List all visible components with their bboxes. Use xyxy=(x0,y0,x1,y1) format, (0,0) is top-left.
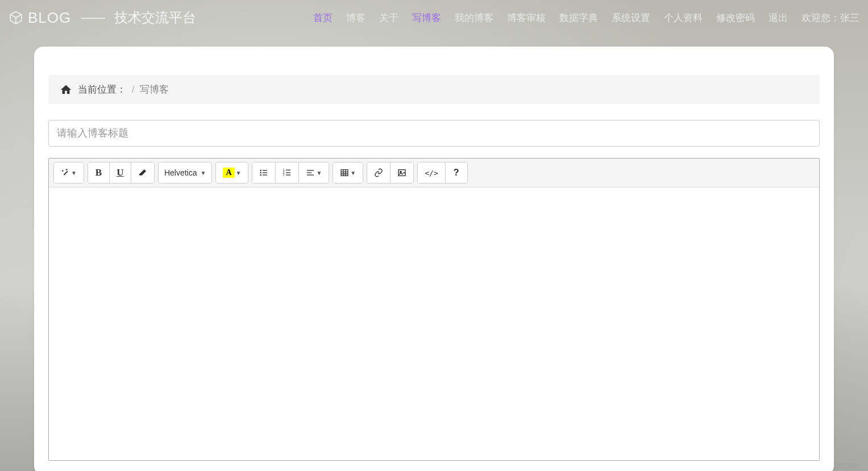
list-group: 1 2 3 ▼ xyxy=(252,162,329,184)
svg-text:3: 3 xyxy=(283,173,285,176)
editor-toolbar: ▼ B U xyxy=(49,159,819,187)
caret-down-icon: ▼ xyxy=(71,170,77,176)
style-group: ▼ xyxy=(53,162,84,184)
welcome-prefix: 欢迎您： xyxy=(801,12,840,23)
svg-rect-5 xyxy=(263,174,267,175)
insert-group xyxy=(367,162,414,184)
caret-down-icon: ▼ xyxy=(350,170,356,176)
code-icon: </> xyxy=(425,169,438,177)
code-view-button[interactable]: </> xyxy=(418,162,445,183)
help-icon: ? xyxy=(454,168,459,178)
paragraph-icon xyxy=(306,168,315,177)
eraser-icon xyxy=(138,168,147,177)
cube-icon xyxy=(9,10,23,25)
table-icon xyxy=(340,168,349,177)
text-color-button[interactable]: A ▼ xyxy=(216,162,248,183)
svg-rect-15 xyxy=(341,170,348,176)
breadcrumb: 当前位置： / 写博客 xyxy=(48,75,820,104)
picture-button[interactable] xyxy=(391,162,413,183)
nav-data-dict[interactable]: 数据字典 xyxy=(559,11,598,24)
logo-subtitle: 技术交流平台 xyxy=(114,9,196,27)
svg-rect-11 xyxy=(286,174,290,175)
logo-text: BLOG xyxy=(28,9,71,27)
caret-down-icon: ▼ xyxy=(201,170,206,176)
color-group: A ▼ xyxy=(215,162,248,184)
link-icon xyxy=(374,168,383,177)
font-family-label: Helvetica xyxy=(164,168,197,177)
underline-icon: U xyxy=(117,167,123,178)
main-nav: 首页 博客 关于 写博客 我的博客 博客审核 数据字典 系统设置 个人资料 修改… xyxy=(313,11,859,24)
format-group: B U xyxy=(88,162,155,184)
unordered-list-button[interactable] xyxy=(252,162,276,183)
link-button[interactable] xyxy=(367,162,391,183)
style-button[interactable]: ▼ xyxy=(54,162,84,183)
table-button[interactable]: ▼ xyxy=(333,162,363,183)
svg-rect-13 xyxy=(307,172,312,173)
home-icon[interactable] xyxy=(60,84,72,96)
logo-divider: —— xyxy=(81,10,104,25)
nav-blog-review[interactable]: 博客审核 xyxy=(507,11,546,24)
breadcrumb-separator: / xyxy=(132,85,134,95)
nav-about[interactable]: 关于 xyxy=(379,11,398,24)
nav-my-blog[interactable]: 我的博客 xyxy=(455,11,493,24)
bold-button[interactable]: B xyxy=(88,162,110,183)
eraser-button[interactable] xyxy=(131,162,154,183)
breadcrumb-label: 当前位置： xyxy=(78,83,126,96)
svg-rect-3 xyxy=(263,172,267,173)
caret-down-icon: ▼ xyxy=(236,170,242,176)
nav-logout[interactable]: 退出 xyxy=(769,11,788,24)
nav-home[interactable]: 首页 xyxy=(313,11,333,24)
svg-rect-9 xyxy=(286,172,290,173)
logo-section: BLOG —— 技术交流平台 xyxy=(9,9,196,27)
svg-rect-7 xyxy=(286,170,290,170)
svg-rect-1 xyxy=(263,170,267,170)
svg-point-0 xyxy=(260,170,262,172)
help-button[interactable]: ? xyxy=(446,162,467,183)
nav-change-password[interactable]: 修改密码 xyxy=(716,11,755,24)
nav-system-settings[interactable]: 系统设置 xyxy=(612,11,650,24)
svg-rect-14 xyxy=(307,174,314,175)
misc-group: </> ? xyxy=(417,162,467,184)
unordered-list-icon xyxy=(259,168,268,177)
nav-profile[interactable]: 个人资料 xyxy=(664,11,703,24)
breadcrumb-current: 写博客 xyxy=(140,83,169,96)
welcome-text: 欢迎您：张三 xyxy=(801,11,859,24)
welcome-user: 张三 xyxy=(840,12,859,23)
ordered-list-icon: 1 2 3 xyxy=(283,168,292,177)
bold-icon: B xyxy=(95,167,102,178)
paragraph-button[interactable]: ▼ xyxy=(299,162,329,183)
underline-button[interactable]: U xyxy=(110,162,131,183)
caret-down-icon: ▼ xyxy=(316,170,322,176)
svg-point-2 xyxy=(260,172,262,174)
header: BLOG —— 技术交流平台 首页 博客 关于 写博客 我的博客 博客审核 数据… xyxy=(0,0,868,35)
nav-blog[interactable]: 博客 xyxy=(346,11,366,24)
svg-point-4 xyxy=(260,174,262,176)
picture-icon xyxy=(397,168,406,177)
magic-wand-icon xyxy=(61,168,70,177)
ordered-list-button[interactable]: 1 2 3 xyxy=(276,162,299,183)
nav-write-blog[interactable]: 写博客 xyxy=(412,11,441,24)
font-group: Helvetica ▼ xyxy=(158,162,213,184)
font-family-select[interactable]: Helvetica ▼ xyxy=(159,162,212,183)
blog-title-input[interactable] xyxy=(48,120,820,147)
editor-wrapper: ▼ B U xyxy=(48,158,820,461)
svg-point-21 xyxy=(400,171,402,173)
svg-rect-12 xyxy=(307,170,314,170)
editor-content-area[interactable] xyxy=(49,187,819,460)
main-card: 当前位置： / 写博客 ▼ B xyxy=(34,47,834,471)
table-group: ▼ xyxy=(333,162,363,184)
text-color-icon: A xyxy=(223,168,234,178)
